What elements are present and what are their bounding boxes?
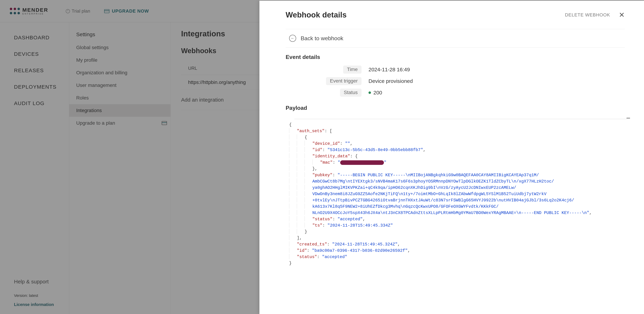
time-label: Time — [343, 66, 362, 74]
trigger-label: Event trigger — [326, 77, 362, 85]
status-value: 200 — [362, 90, 625, 96]
event-details-grid: Time 2024-11-28 16:49 Event trigger Devi… — [288, 66, 625, 97]
back-to-webhook-button[interactable]: ← Back to webhook — [286, 29, 625, 48]
payload-json[interactable]: { "auth_sets": [ { "device_id": "", "id"… — [289, 120, 625, 266]
arrow-left-circle-icon: ← — [289, 35, 296, 42]
close-icon[interactable]: ✕ — [619, 11, 625, 18]
drawer-title: Webhook details — [286, 10, 347, 19]
status-label: Status — [340, 89, 362, 97]
status-code: 200 — [374, 90, 382, 96]
payload-corner-icon — [626, 118, 630, 118]
redacted-mac — [340, 160, 384, 165]
payload-heading: Payload — [286, 105, 625, 111]
drawer-header: Webhook details DELETE WEBHOOK ✕ — [286, 10, 625, 29]
time-value: 2024-11-28 16:49 — [362, 66, 625, 72]
back-to-webhook-label: Back to webhook — [301, 35, 343, 42]
event-details-heading: Event details — [286, 54, 625, 60]
payload-box: { "auth_sets": [ { "device_id": "", "id"… — [289, 120, 625, 266]
drawer-actions: DELETE WEBHOOK ✕ — [565, 11, 625, 18]
trigger-value: Device provisioned — [362, 78, 625, 84]
webhook-details-drawer: Webhook details DELETE WEBHOOK ✕ ← Back … — [260, 1, 644, 314]
delete-webhook-button[interactable]: DELETE WEBHOOK — [565, 12, 610, 18]
status-dot-icon — [368, 92, 371, 94]
